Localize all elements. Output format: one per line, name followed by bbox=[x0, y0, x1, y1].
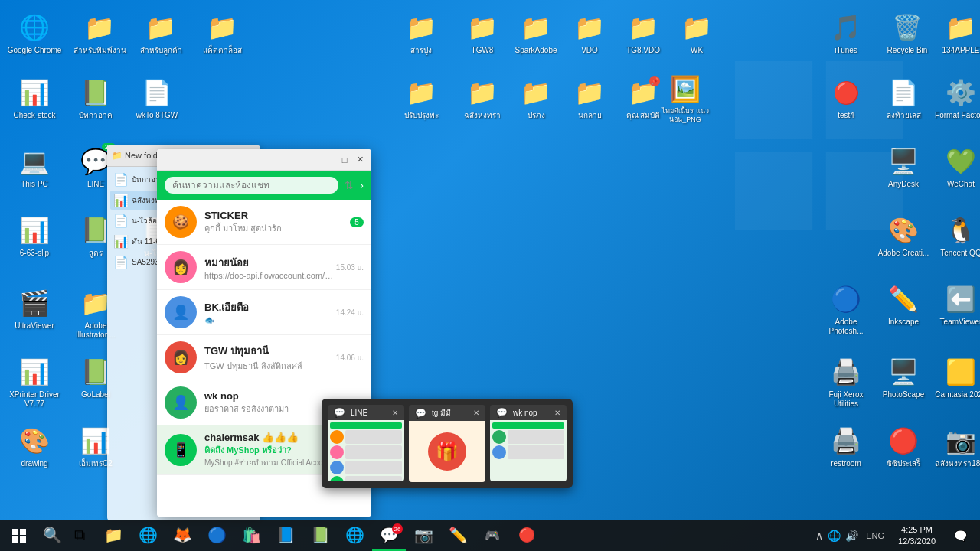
taskbar-edge2[interactable]: 🌐 bbox=[338, 520, 371, 551]
desktop-icon-camtasia[interactable]: 🎬 UltraViewer bbox=[4, 283, 65, 335]
desktop-icon-teamviewer[interactable]: ⬅️ TeamViewer bbox=[930, 279, 980, 331]
svg-rect-7 bbox=[20, 536, 26, 543]
line-preview-popup: 💬 LINE ✕ bbox=[322, 399, 573, 488]
desktop-icon-excel2[interactable]: 📗 บัทกาอาค bbox=[65, 73, 126, 125]
desktop-icon-drawing[interactable]: 🎨 drawing bbox=[4, 421, 65, 473]
desktop-icon-prang[interactable]: 📁 ปรภง bbox=[505, 73, 567, 125]
desktop-icon-format-factory[interactable]: ⚙️ Format Factory bbox=[930, 73, 980, 125]
chat-avatar: 👩 bbox=[165, 341, 197, 373]
chat-item-2[interactable]: 👩 TGW ปทุมธานี TGW ปทุมธานี สิงสัดิกลศส์… bbox=[157, 335, 371, 380]
cortana-icon: 🔵 bbox=[207, 526, 227, 544]
chat-meta: 5 bbox=[350, 217, 364, 227]
minimize-button[interactable]: — bbox=[322, 153, 336, 167]
taskbar-clock[interactable]: 4:25 PM 12/3/2020 bbox=[892, 524, 942, 548]
chat-info: หมายน้อย https://doc-api.flowaccount.com… bbox=[204, 255, 336, 280]
desktop-icon-ziziprasert[interactable]: 📊 XPrinter Driver V7.77 bbox=[4, 352, 65, 413]
desktop-icon-adobe-illust[interactable]: 🟨 Camtasia 2020 bbox=[930, 352, 980, 404]
line-notification-badge: 26 bbox=[392, 523, 403, 534]
firefox-icon: 🦊 bbox=[173, 526, 192, 544]
desktop-icon-priceupdate[interactable]: 📁 ปรับปรุงพะ bbox=[390, 73, 452, 125]
preview-tab-tg[interactable]: 💬 tg มีมี ✕ 🎁 bbox=[409, 405, 485, 482]
desktop-icon-this-pc[interactable]: 💻 This PC bbox=[4, 142, 65, 194]
desktop-icon-wk[interactable]: 📁 WK bbox=[666, 8, 727, 60]
desktop-icon-sarapong[interactable]: 📁 สารปูง bbox=[390, 8, 452, 60]
desktop-icon-google-chrome[interactable]: 🌐 Google Chrome bbox=[4, 8, 65, 60]
desktop-icon-for-child[interactable]: 📁 สำหรับลูกค้า bbox=[130, 8, 191, 60]
desktop-icon-apple134[interactable]: 📁 134APPLE bbox=[930, 8, 980, 60]
notification-center-button[interactable]: 🗨️ bbox=[946, 520, 974, 551]
taskbar-tray: ∧ 🌐 🔊 ENG 4:25 PM 12/3/2020 🗨️ bbox=[809, 520, 980, 551]
edge2-icon: 🌐 bbox=[345, 526, 364, 544]
desktop-icon-recycle-bin[interactable]: 🗑️ Recycle Bin bbox=[877, 8, 938, 60]
desktop-icon-anydesk[interactable]: 🖥️ AnyDesk bbox=[873, 142, 934, 194]
desktop-icon-wechat[interactable]: 💚 WeChat bbox=[930, 142, 980, 194]
svg-rect-4 bbox=[12, 529, 18, 535]
taskbar-edge[interactable]: 🌐 bbox=[131, 520, 165, 551]
chat-avatar: 📱 bbox=[165, 434, 197, 466]
sort-icon[interactable]: ⇅ bbox=[345, 179, 354, 191]
taskbar-firefox[interactable]: 🦊 bbox=[165, 520, 199, 551]
chat-item-0[interactable]: 👩 หมายน้อย https://doc-api.flowaccount.c… bbox=[157, 245, 371, 290]
volume-icon[interactable]: 🔊 bbox=[845, 530, 858, 542]
red-app-icon: 🔴 bbox=[518, 527, 535, 543]
taskbar-excel[interactable]: 📗 bbox=[303, 520, 337, 551]
tray-arrow-icon[interactable]: ∧ bbox=[815, 530, 823, 542]
desktop-icon-adobe-photos[interactable]: 🔵 Adobe Photosh... bbox=[815, 279, 877, 341]
taskbar-game[interactable]: 🎮 bbox=[475, 520, 509, 551]
desktop-icon-ultraviewer[interactable]: 🖥️ PhotoScape bbox=[873, 352, 934, 404]
chat-meta: 15.03 u. bbox=[336, 263, 364, 272]
desktop-icon-photoscap[interactable]: 📷 ฉสังหงทรา18... bbox=[930, 421, 980, 473]
edge-icon: 🌐 bbox=[139, 526, 158, 544]
chat-avatar: 👩 bbox=[165, 251, 197, 283]
taskbar-word[interactable]: 📘 bbox=[269, 520, 302, 551]
taskbar-pen[interactable]: ✏️ bbox=[441, 520, 475, 551]
desktop-icon-followup[interactable]: 📁 ฉสังหงทรา bbox=[452, 73, 513, 125]
chat-item-1[interactable]: 👤 BK.เอียตือ 🐟 14.24 u. bbox=[157, 290, 371, 335]
desktop-icon-tencent-qq[interactable]: 🐧 Tencent QQ bbox=[930, 210, 980, 262]
taskbar-line[interactable]: 💬 26 bbox=[372, 520, 406, 551]
language-badge[interactable]: ENG bbox=[863, 531, 887, 540]
desktop-icon-nakalai[interactable]: 📁 นกลาย bbox=[559, 73, 620, 125]
desktop-icon-inkscape[interactable]: ✏️ Inkscape bbox=[873, 279, 934, 331]
excel-icon: 📗 bbox=[311, 526, 330, 544]
desktop-icon-print-work[interactable]: 📁 สำหรับพิมพ์งาน bbox=[69, 8, 130, 60]
line-search-input[interactable] bbox=[165, 177, 338, 194]
preview-tab-wknop[interactable]: 💬 wk nop ✕ bbox=[490, 405, 567, 482]
taskbar-camera[interactable]: 📷 bbox=[407, 520, 440, 551]
taskbar-taskview-button[interactable]: ⧉ bbox=[66, 520, 93, 551]
close-button[interactable]: ✕ bbox=[353, 153, 367, 167]
notification-icon: 🗨️ bbox=[954, 530, 967, 542]
preview-tab-line[interactable]: 💬 LINE ✕ bbox=[328, 405, 404, 482]
taskbar-store[interactable]: 🛍️ bbox=[234, 520, 268, 551]
network-icon[interactable]: 🌐 bbox=[828, 530, 841, 542]
desktop-icon-thaidm[interactable]: 🖼️ ไทยดีเนื้บร แนวนอน_PNG bbox=[655, 69, 716, 129]
desktop-icon-vdo[interactable]: 📁 VDO bbox=[559, 8, 620, 60]
desktop-icon-adobe-creati[interactable]: 🎨 Adobe Creati... bbox=[873, 210, 934, 262]
desktop-icon-golabel[interactable]: 🔴 ซิซิประเสร็ bbox=[873, 421, 934, 473]
desktop-icon-statistics[interactable]: 📁 แค็ตตาล็อส bbox=[191, 8, 253, 60]
chat-meta: 14.06 u. bbox=[336, 354, 364, 362]
chat-item-sticker[interactable]: 🍪 STICKER คุกกี้ มาโหม สุดน่ารัก 5 bbox=[157, 200, 371, 245]
desktop: 🌐 Google Chrome 📁 สำหรับพิมพ์งาน 📁 สำหรั… bbox=[0, 0, 980, 520]
chat-meta: 14.24 u. bbox=[336, 308, 364, 317]
maximize-button[interactable]: □ bbox=[338, 153, 351, 167]
chat-info: STICKER คุกกี้ มาโหม สุดน่ารัก bbox=[204, 210, 350, 235]
desktop-icon-longthamle[interactable]: 📄 ลงท้ายเลส bbox=[873, 73, 934, 125]
taskbar-search-button[interactable]: 🔍 bbox=[38, 520, 66, 551]
desktop-icon-fuji-xerox[interactable]: 🖨️ Fuji Xerox Utilities bbox=[815, 352, 877, 413]
desktop-icon-sparkadobe[interactable]: 📁 SparkAdobe bbox=[505, 8, 567, 60]
desktop-icon-itunes[interactable]: 🎵 iTunes bbox=[815, 8, 877, 60]
expand-icon[interactable]: › bbox=[360, 179, 364, 191]
taskbar-red-app[interactable]: 🔴 bbox=[510, 520, 544, 551]
desktop-icon-6-63-slip[interactable]: 📊 6-63-slip bbox=[4, 210, 65, 262]
start-button[interactable] bbox=[0, 520, 38, 551]
desktop-icon-checkstock[interactable]: 📊 Check-stock bbox=[4, 73, 65, 125]
desktop-icon-tgw8[interactable]: 📁 TGW8 bbox=[452, 8, 513, 60]
desktop-icon-xprinter[interactable]: 🖨️ restroom bbox=[815, 421, 877, 473]
desktop-icon-test4[interactable]: 🔴 test4 bbox=[815, 73, 877, 125]
desktop-icon-wkto8tgw[interactable]: 📄 wkTo 8TGW bbox=[126, 73, 188, 125]
taskbar-file-explorer[interactable]: 📁 bbox=[96, 520, 130, 551]
taskbar-cortana[interactable]: 🔵 bbox=[200, 520, 234, 551]
desktop-icon-tgw8vdo[interactable]: 📁 TG8.VDO bbox=[612, 8, 674, 60]
camera-icon: 📷 bbox=[414, 526, 433, 544]
